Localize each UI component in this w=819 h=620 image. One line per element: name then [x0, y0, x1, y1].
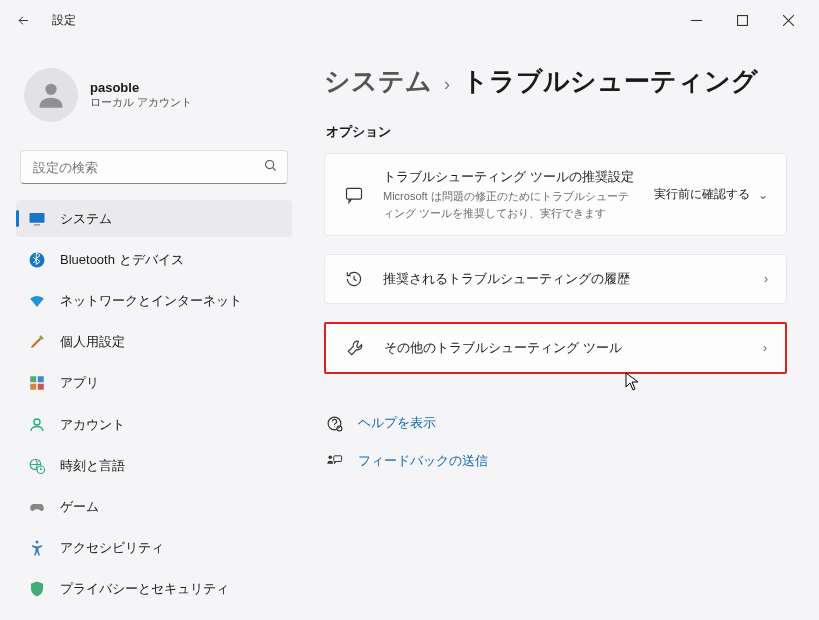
feedback-link[interactable]: フィードバックの送信	[324, 448, 787, 474]
link-text: フィードバックの送信	[358, 452, 488, 470]
profile-block[interactable]: pasoble ローカル アカウント	[24, 68, 284, 122]
section-label: オプション	[326, 123, 787, 141]
sidebar-item-bluetooth[interactable]: Bluetooth とデバイス	[16, 241, 292, 278]
sidebar-item-accessibility[interactable]: アクセシビリティ	[16, 530, 292, 567]
dropdown-label: 実行前に確認する	[654, 186, 750, 203]
content-area: システム › トラブルシューティング オプション トラブルシューティング ツール…	[300, 40, 819, 620]
chevron-right-icon: ›	[444, 74, 450, 95]
svg-rect-18	[334, 455, 342, 461]
wifi-icon	[28, 292, 46, 310]
svg-rect-6	[30, 377, 36, 383]
svg-rect-3	[30, 213, 45, 223]
card-title: 推奨されるトラブルシューティングの履歴	[383, 270, 746, 288]
apps-icon	[28, 374, 46, 392]
svg-point-13	[36, 541, 39, 544]
svg-point-17	[328, 455, 332, 459]
maximize-button[interactable]	[719, 4, 765, 36]
chevron-right-icon: ›	[763, 341, 767, 355]
mouse-cursor-icon	[625, 372, 641, 392]
sidebar-item-label: アカウント	[60, 416, 125, 434]
page-title: トラブルシューティング	[462, 64, 758, 99]
recommend-dropdown[interactable]: 実行前に確認する ⌄	[654, 186, 768, 203]
search-input[interactable]	[20, 150, 288, 184]
sidebar-item-network[interactable]: ネットワークとインターネット	[16, 282, 292, 319]
card-history[interactable]: 推奨されるトラブルシューティングの履歴 ›	[324, 254, 787, 304]
search-icon	[263, 158, 278, 173]
gamepad-icon	[28, 498, 46, 516]
sidebar-item-label: 時刻と言語	[60, 457, 125, 475]
sidebar-item-personalization[interactable]: 個人用設定	[16, 324, 292, 361]
svg-rect-7	[38, 377, 44, 383]
chevron-right-icon: ›	[764, 272, 768, 286]
bluetooth-icon	[28, 251, 46, 269]
globe-clock-icon	[28, 457, 46, 475]
person-icon	[28, 416, 46, 434]
card-other-troubleshoot[interactable]: その他のトラブルシューティング ツール ›	[324, 322, 787, 374]
search-box[interactable]	[20, 150, 288, 184]
card-recommend-settings[interactable]: トラブルシューティング ツールの推奨設定 Microsoft は問題の修正のため…	[324, 153, 787, 236]
close-button[interactable]	[765, 4, 811, 36]
card-title: トラブルシューティング ツールの推奨設定	[383, 168, 636, 186]
svg-rect-0	[737, 15, 747, 25]
svg-rect-4	[34, 224, 40, 225]
accessibility-icon	[28, 539, 46, 557]
display-icon	[28, 210, 46, 228]
help-link[interactable]: ヘルプを表示	[324, 410, 787, 436]
window-title: 設定	[52, 12, 76, 29]
sidebar-item-apps[interactable]: アプリ	[16, 365, 292, 402]
svg-point-5	[30, 252, 45, 267]
feedback-icon	[326, 453, 344, 470]
link-text: ヘルプを表示	[358, 414, 436, 432]
minimize-button[interactable]	[673, 4, 719, 36]
svg-rect-9	[38, 384, 44, 390]
help-icon	[326, 415, 344, 432]
sidebar-item-label: システム	[60, 210, 112, 228]
sidebar-item-accounts[interactable]: アカウント	[16, 406, 292, 443]
sidebar-item-label: ネットワークとインターネット	[60, 292, 242, 310]
svg-point-1	[45, 84, 56, 95]
chat-icon	[343, 185, 365, 205]
profile-subtitle: ローカル アカウント	[90, 95, 192, 110]
sidebar-item-time[interactable]: 時刻と言語	[16, 447, 292, 484]
avatar	[24, 68, 78, 122]
sidebar-item-label: Bluetooth とデバイス	[60, 251, 184, 269]
card-title: その他のトラブルシューティング ツール	[384, 339, 745, 357]
back-button[interactable]	[16, 13, 36, 28]
title-bar: 設定	[0, 0, 819, 40]
chevron-down-icon: ⌄	[758, 188, 768, 202]
profile-name: pasoble	[90, 80, 192, 95]
svg-point-2	[266, 161, 274, 169]
history-icon	[343, 269, 365, 289]
breadcrumb: システム › トラブルシューティング	[324, 64, 787, 99]
shield-icon	[28, 580, 46, 598]
sidebar-item-label: ゲーム	[60, 498, 99, 516]
svg-point-10	[34, 419, 40, 425]
sidebar-item-label: プライバシーとセキュリティ	[60, 580, 229, 598]
sidebar: pasoble ローカル アカウント システム Bluetooth とデバイス …	[0, 40, 300, 620]
card-description: Microsoft は問題の修正のためにトラブルシューティング ツールを推奨して…	[383, 188, 636, 221]
sidebar-item-system[interactable]: システム	[16, 200, 292, 237]
svg-rect-14	[347, 188, 362, 199]
sidebar-item-gaming[interactable]: ゲーム	[16, 488, 292, 525]
sidebar-item-label: アクセシビリティ	[60, 539, 164, 557]
sidebar-item-label: 個人用設定	[60, 333, 125, 351]
svg-rect-8	[30, 384, 36, 390]
sidebar-item-privacy[interactable]: プライバシーとセキュリティ	[16, 571, 292, 608]
sidebar-item-label: アプリ	[60, 374, 99, 392]
wrench-icon	[344, 338, 366, 358]
breadcrumb-root[interactable]: システム	[324, 64, 432, 99]
paintbrush-icon	[28, 333, 46, 351]
